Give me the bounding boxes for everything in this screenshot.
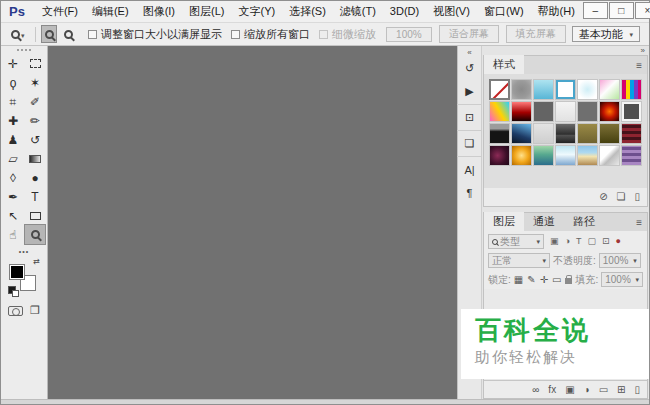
new-layer-icon[interactable]: ⊞ bbox=[617, 385, 625, 395]
quick-selection-tool[interactable]: ✶ bbox=[25, 73, 45, 92]
blur-tool[interactable]: ◊ bbox=[3, 168, 23, 187]
dark-olive-style-swatch[interactable] bbox=[599, 123, 620, 144]
lock-all-icon[interactable] bbox=[565, 278, 572, 284]
move-tool[interactable]: ✛ bbox=[3, 54, 23, 73]
history-brush-tool[interactable]: ↺ bbox=[25, 130, 45, 149]
maximize-button[interactable]: □ bbox=[609, 2, 634, 19]
olive-style-swatch[interactable] bbox=[577, 123, 598, 144]
foreground-color[interactable] bbox=[9, 264, 25, 280]
none-style-swatch[interactable] bbox=[489, 79, 510, 100]
path-selection-tool[interactable]: ↖ bbox=[3, 206, 23, 225]
pen-tool[interactable]: ✒ bbox=[3, 187, 23, 206]
filter-shape-layers-icon[interactable]: ▢ bbox=[587, 237, 596, 246]
panel-menu-icon[interactable]: ≡ bbox=[631, 60, 647, 71]
menu-item[interactable]: 窗口(W) bbox=[477, 1, 531, 22]
lock-artboard-icon[interactable]: ▭ bbox=[552, 275, 561, 285]
tab-channels[interactable]: 通道 bbox=[524, 212, 564, 231]
new-style-icon[interactable]: ❏ bbox=[617, 192, 626, 202]
character-panel-icon[interactable]: A| bbox=[459, 159, 480, 180]
eyedropper-tool[interactable]: ✐ bbox=[25, 92, 45, 111]
add-layer-mask-icon[interactable]: ▣ bbox=[565, 385, 574, 395]
fill-select[interactable]: 100% bbox=[601, 272, 643, 287]
menu-item[interactable]: 图像(I) bbox=[136, 1, 182, 22]
zoom-all-windows-checkbox[interactable]: 缩放所有窗口 bbox=[231, 27, 310, 42]
layer-effects-icon[interactable]: fx bbox=[548, 385, 556, 395]
black-ridge-style-swatch[interactable] bbox=[489, 123, 510, 144]
gray-texture-style-swatch[interactable] bbox=[577, 101, 598, 122]
spot-healing-brush-tool[interactable]: ✚ bbox=[3, 111, 23, 130]
delete-style-icon[interactable]: ▯ bbox=[634, 192, 640, 202]
tool-preset-picker[interactable] bbox=[7, 29, 29, 40]
opacity-select[interactable]: 100% bbox=[599, 253, 641, 268]
menu-item[interactable]: 滤镜(T) bbox=[333, 1, 383, 22]
clone-stamp-tool[interactable]: ♟ bbox=[3, 130, 23, 149]
quick-mask-button[interactable] bbox=[8, 306, 23, 316]
lagoon-style-swatch[interactable] bbox=[533, 145, 554, 166]
tab-styles[interactable]: 样式 bbox=[484, 55, 524, 74]
edit-toolbar-button[interactable]: ••• bbox=[19, 248, 29, 255]
gradient-tool[interactable] bbox=[25, 149, 45, 168]
filter-adjustment-layers-icon[interactable]: ◑ bbox=[565, 237, 570, 246]
swap-colors-icon[interactable]: ⇄ bbox=[33, 257, 40, 266]
link-layers-icon[interactable]: ∞ bbox=[532, 385, 539, 395]
menu-item[interactable]: 文字(Y) bbox=[231, 1, 282, 22]
workspace-select[interactable]: 基本功能 bbox=[572, 26, 640, 42]
type-tool[interactable]: T bbox=[25, 187, 45, 206]
history-panel-icon[interactable]: ↺ bbox=[459, 58, 480, 79]
lasso-tool[interactable]: ϙ bbox=[3, 73, 23, 92]
rectangular-marquee-tool[interactable] bbox=[25, 54, 45, 73]
zoom-tool[interactable] bbox=[25, 225, 45, 244]
tab-layers[interactable]: 图层 bbox=[484, 212, 524, 231]
beach-style-swatch[interactable] bbox=[577, 145, 598, 166]
panel-menu-icon[interactable]: ≡ bbox=[631, 217, 647, 228]
rainbow-stripes-style-swatch[interactable] bbox=[621, 79, 642, 100]
zoom-out-button[interactable] bbox=[60, 25, 76, 43]
ember-glow-style-swatch[interactable] bbox=[599, 101, 620, 122]
filter-pixel-layers-icon[interactable]: ▣ bbox=[550, 237, 559, 246]
close-button[interactable]: × bbox=[635, 2, 650, 19]
menu-item[interactable]: 文件(F) bbox=[35, 1, 85, 22]
blend-mode-select[interactable]: 正常 bbox=[488, 253, 550, 268]
gray-glow-style-swatch[interactable] bbox=[511, 79, 532, 100]
pastel-rainbow-style-swatch[interactable] bbox=[599, 79, 620, 100]
red-stripes-style-swatch[interactable] bbox=[621, 123, 642, 144]
collapse-panels-button[interactable]: » bbox=[641, 46, 645, 55]
ice-blue-style-swatch[interactable] bbox=[555, 145, 576, 166]
lock-position-icon[interactable]: ✛ bbox=[540, 275, 548, 285]
layer-comps-panel-icon[interactable]: ❏ bbox=[459, 133, 480, 154]
menu-item[interactable]: 图层(L) bbox=[182, 1, 231, 22]
pale-fabric-style-swatch[interactable] bbox=[533, 123, 554, 144]
new-group-icon[interactable]: ▭ bbox=[599, 385, 608, 395]
delete-layer-icon[interactable]: ▯ bbox=[634, 385, 640, 395]
lock-transparent-pixels-icon[interactable]: ▦ bbox=[514, 275, 523, 285]
new-adjustment-layer-icon[interactable]: ◑ bbox=[584, 385, 590, 395]
violet-stripes-style-swatch[interactable] bbox=[621, 145, 642, 166]
menu-item[interactable]: 帮助(H) bbox=[531, 1, 582, 22]
menu-item[interactable]: 3D(D) bbox=[383, 1, 426, 22]
filter-smart-objects-icon[interactable]: ⊡ bbox=[602, 237, 610, 246]
tab-paths[interactable]: 路径 bbox=[564, 212, 604, 231]
crop-tool[interactable]: ⌗ bbox=[3, 92, 23, 111]
brush-tool[interactable]: ✏ bbox=[25, 111, 45, 130]
eraser-tool[interactable]: ▱ bbox=[3, 149, 23, 168]
blue-frame-style-swatch[interactable] bbox=[555, 79, 576, 100]
amber-burst-style-swatch[interactable] bbox=[511, 145, 532, 166]
zoom-in-button[interactable] bbox=[41, 25, 57, 43]
dark-texture-style-swatch[interactable] bbox=[533, 101, 554, 122]
soft-blue-style-swatch[interactable] bbox=[577, 79, 598, 100]
dark-metal-style-swatch[interactable] bbox=[555, 123, 576, 144]
dark-framed-style-swatch[interactable] bbox=[621, 101, 642, 122]
lock-image-pixels-icon[interactable]: ✎ bbox=[527, 275, 535, 285]
filter-toggle-icon[interactable]: ● bbox=[616, 237, 621, 246]
canvas-area[interactable] bbox=[48, 46, 457, 399]
layer-filter-select[interactable]: 类型 bbox=[488, 234, 544, 249]
paragraph-panel-icon[interactable]: ¶ bbox=[459, 182, 480, 203]
menu-item[interactable]: 视图(V) bbox=[426, 1, 477, 22]
hand-tool[interactable]: ☝ bbox=[3, 225, 23, 244]
screen-mode-button[interactable]: ❐ bbox=[30, 305, 40, 316]
resize-window-checkbox[interactable]: 调整窗口大小以满屏显示 bbox=[88, 27, 222, 42]
red-black-style-swatch[interactable] bbox=[511, 101, 532, 122]
light-gray-style-swatch[interactable] bbox=[555, 101, 576, 122]
dodge-tool[interactable]: ● bbox=[25, 168, 45, 187]
toolbar-grip[interactable] bbox=[17, 49, 31, 51]
